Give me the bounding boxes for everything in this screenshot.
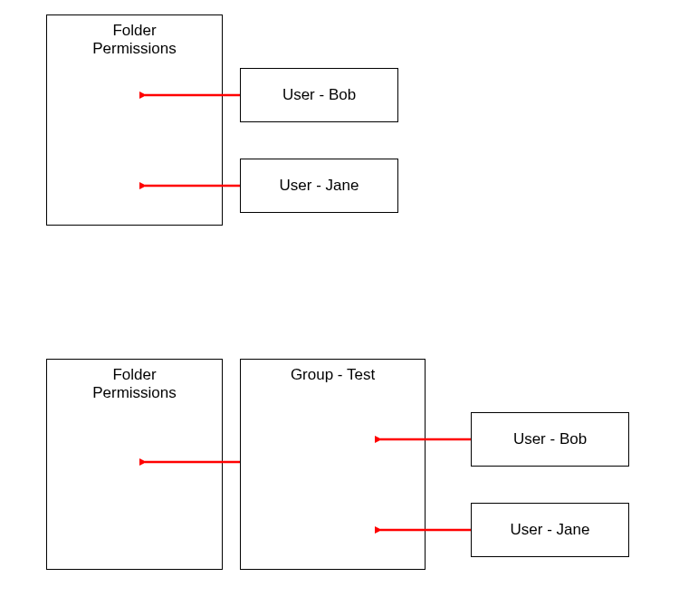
diagram-canvas: Folder Permissions User - Bob User - Jan…	[0, 0, 679, 616]
group-test-text: Group - Test	[291, 366, 375, 383]
folder-permissions-text-2a: Folder	[112, 366, 156, 383]
user-bob-label-1: User - Bob	[240, 86, 398, 104]
folder-permissions-label-2: Folder Permissions	[46, 366, 223, 403]
folder-permissions-text-1a: Folder	[112, 22, 156, 39]
user-bob-label-2: User - Bob	[471, 430, 629, 448]
folder-permissions-label-1: Folder Permissions	[46, 22, 223, 59]
group-test-label: Group - Test	[240, 366, 426, 384]
folder-permissions-text-2b: Permissions	[92, 384, 177, 401]
user-jane-text-2: User - Jane	[511, 521, 590, 538]
user-bob-text-2: User - Bob	[513, 430, 587, 448]
user-jane-label-1: User - Jane	[240, 177, 398, 195]
folder-permissions-text-1b: Permissions	[92, 40, 177, 57]
user-jane-label-2: User - Jane	[471, 521, 629, 539]
user-jane-text-1: User - Jane	[280, 177, 359, 194]
group-test-box	[240, 359, 426, 570]
user-bob-text-1: User - Bob	[282, 86, 356, 103]
